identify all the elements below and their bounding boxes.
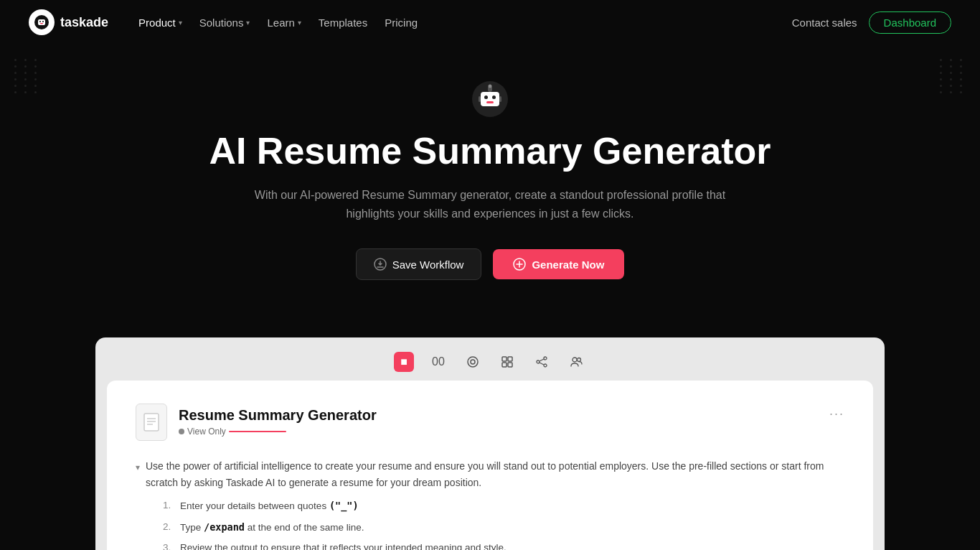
svg-rect-18: [502, 357, 507, 361]
svg-point-24: [544, 364, 547, 367]
svg-point-23: [537, 360, 540, 363]
svg-rect-4: [40, 23, 43, 24]
document: Resume Summary Generator View Only ... ▾…: [107, 381, 873, 550]
save-icon: [374, 258, 387, 271]
doc-header: Resume Summary Generator View Only ...: [136, 404, 844, 441]
step-3: 3. Review the output to ensure that it r…: [163, 540, 844, 550]
svg-rect-3: [42, 21, 44, 22]
svg-rect-20: [502, 363, 507, 367]
svg-point-13: [489, 85, 492, 88]
hero-robot-icon: [471, 80, 509, 125]
svg-point-16: [468, 357, 478, 367]
toolbar-grid-icon[interactable]: [497, 352, 517, 372]
hero-title: AI Resume Summary Generator: [29, 131, 951, 172]
dot-grid-right: [940, 59, 966, 93]
toolbar-list-icon[interactable]: 00: [428, 352, 448, 372]
content-panel: ■ 00: [95, 337, 885, 550]
svg-point-22: [544, 357, 547, 360]
dashboard-button[interactable]: Dashboard: [869, 11, 951, 34]
toolbar-share-icon[interactable]: [532, 352, 552, 372]
contact-sales-link[interactable]: Contact sales: [792, 17, 857, 29]
nav-right: Contact sales Dashboard: [792, 11, 951, 34]
hero-subtitle: With our AI-powered Resume Summary gener…: [232, 186, 748, 223]
dot-grid-left: [14, 59, 40, 93]
nav-link-learn[interactable]: Learn ▾: [260, 12, 308, 33]
chevron-down-icon: ▾: [179, 19, 182, 27]
step-1: 1. Enter your details between quotes ("_…: [163, 498, 844, 515]
doc-title: Resume Summary Generator: [179, 407, 377, 424]
hero-buttons: Save Workflow Generate Now: [29, 248, 951, 280]
badge-line: [229, 431, 286, 432]
chevron-down-icon: ▾: [246, 19, 250, 27]
nav-link-templates[interactable]: Templates: [311, 12, 374, 33]
toolbar-layout-icon[interactable]: ■: [394, 352, 414, 372]
chevron-down-icon: ▾: [298, 19, 301, 27]
svg-rect-21: [508, 363, 512, 367]
doc-menu-button[interactable]: ...: [829, 404, 844, 419]
toolbar-users-icon[interactable]: [566, 352, 586, 372]
svg-rect-9: [486, 101, 494, 103]
doc-title-text-block: Resume Summary Generator View Only: [179, 407, 377, 437]
toolbar: ■ 00: [107, 346, 873, 381]
svg-point-27: [573, 358, 577, 362]
generate-now-button[interactable]: Generate Now: [493, 249, 624, 279]
badge-dot: [179, 429, 184, 434]
logo-icon: [29, 9, 55, 35]
svg-point-28: [578, 358, 581, 362]
svg-line-25: [540, 359, 544, 361]
doc-badge: View Only: [179, 427, 286, 437]
svg-line-26: [540, 363, 544, 365]
logo[interactable]: taskade: [29, 9, 108, 35]
nav-link-solutions[interactable]: Solutions ▾: [192, 12, 258, 33]
navbar: taskade Product ▾ Solutions ▾ Learn ▾ Te…: [0, 0, 980, 45]
svg-rect-10: [479, 96, 481, 102]
nav-links: Product ▾ Solutions ▾ Learn ▾ Templates …: [131, 12, 425, 33]
save-workflow-button[interactable]: Save Workflow: [356, 248, 482, 280]
svg-rect-6: [481, 92, 499, 106]
generate-icon: [513, 258, 526, 271]
step-2: 2. Type /expand at the end of the same l…: [163, 519, 844, 536]
intro-text: Use the power of artificial intelligence…: [146, 458, 844, 491]
svg-rect-1: [38, 19, 45, 25]
nav-left: taskade Product ▾ Solutions ▾ Learn ▾ Te…: [29, 9, 425, 35]
svg-rect-29: [144, 414, 159, 431]
svg-rect-11: [499, 96, 501, 102]
nav-link-pricing[interactable]: Pricing: [377, 12, 425, 33]
doc-file-icon: [136, 404, 167, 441]
svg-rect-2: [39, 21, 41, 22]
steps-list: 1. Enter your details between quotes ("_…: [163, 498, 844, 550]
nav-link-product[interactable]: Product ▾: [131, 12, 189, 33]
intro-block: ▾ Use the power of artificial intelligen…: [136, 458, 844, 550]
svg-rect-19: [508, 357, 512, 361]
toolbar-circle-icon[interactable]: [463, 352, 483, 372]
doc-body: ▾ Use the power of artificial intelligen…: [136, 458, 844, 550]
svg-rect-8: [492, 95, 496, 99]
hero-section: AI Resume Summary Generator With our AI-…: [0, 45, 980, 337]
svg-point-17: [471, 360, 475, 364]
doc-title-area: Resume Summary Generator View Only: [136, 404, 377, 441]
collapse-arrow-icon[interactable]: ▾: [136, 460, 140, 550]
svg-rect-7: [484, 95, 488, 99]
logo-text: taskade: [60, 15, 108, 30]
